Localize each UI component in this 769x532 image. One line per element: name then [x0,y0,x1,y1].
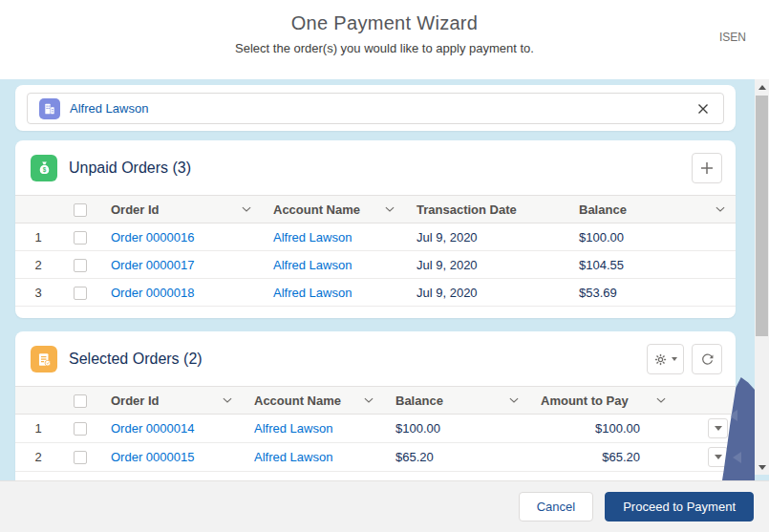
account-name-cell: Alfred Lawson [262,251,405,279]
plus-icon [700,161,714,175]
select-all-cell [61,387,99,415]
order-link[interactable]: Order 0000017 [111,258,194,272]
row-checkbox[interactable] [74,451,87,464]
account-link[interactable]: Alfred Lawson [273,258,352,272]
row-actions-column [676,387,736,415]
table-row: 1Order 0000016Alfred LawsonJul 9, 2020$1… [15,223,736,251]
chevron-down-icon[interactable] [655,394,667,406]
account-name-cell: Alfred Lawson [262,279,405,307]
scrollbar-thumb[interactable] [756,96,768,336]
row-checkbox[interactable] [74,287,87,300]
row-checkbox-cell [61,415,99,443]
row-action-cell [676,415,736,443]
balance-cell: $100.00 [567,223,736,251]
account-lookup-field[interactable]: Alfred Lawson [27,93,724,124]
scroll-up-button[interactable] [755,79,769,95]
row-checkbox[interactable] [74,422,87,436]
row-number: 3 [15,279,61,307]
vertical-scrollbar[interactable] [755,79,769,475]
amount-to-pay-cell: $65.20 [529,443,676,472]
cancel-button[interactable]: Cancel [519,492,593,521]
transaction-date-cell: Jul 9, 2020 [405,223,567,251]
order-id-cell: Order 0000015 [99,443,243,472]
amount-to-pay-cell: $100.00 [529,415,676,443]
unpaid-orders-card: $ Unpaid Orders (3) [15,140,736,318]
close-icon [696,102,710,116]
row-checkbox[interactable] [74,231,87,245]
table-row: 2Order 0000015Alfred Lawson$65.20$65.20 [15,443,736,472]
row-checkbox-cell [61,223,99,251]
row-number: 1 [15,415,61,443]
row-number: 2 [15,443,61,472]
column-header-order-id[interactable]: Order Id [99,196,262,223]
column-header-balance[interactable]: Balance [384,387,529,415]
account-name-cell: Alfred Lawson [243,443,384,472]
column-header-account-name[interactable]: Account Name [262,196,405,223]
account-lookup-value: Alfred Lawson [70,101,685,116]
account-icon [39,98,60,119]
unpaid-table-header-row: Order Id Account Name Transaction Date [15,196,736,223]
column-header-account-name[interactable]: Account Name [243,387,384,415]
selected-orders-actions [647,344,722,374]
balance-cell: $104.55 [567,251,736,279]
table-row: 2Order 0000017Alfred LawsonJul 9, 2020$1… [15,251,736,279]
chevron-down-icon[interactable] [508,394,520,406]
select-all-checkbox[interactable] [74,394,87,408]
row-checkbox[interactable] [74,259,87,272]
unpaid-orders-title: Unpaid Orders (3) [69,160,680,177]
row-number: 2 [15,251,61,279]
unpaid-orders-tbody: 1Order 0000016Alfred LawsonJul 9, 2020$1… [15,223,736,307]
column-header-balance[interactable]: Balance [567,196,736,223]
unpaid-orders-table: Order Id Account Name Transaction Date [15,195,736,307]
scroll-up-icon [758,85,766,90]
order-link[interactable]: Order 0000014 [111,421,194,436]
money-bag-icon: $ [31,155,57,181]
column-header-amount-to-pay[interactable]: Amount to Pay [529,387,676,415]
account-link[interactable]: Alfred Lawson [254,450,332,464]
account-link[interactable]: Alfred Lawson [254,421,332,436]
clear-selection-button[interactable] [694,100,712,117]
table-row: 3Order 0000018Alfred LawsonJul 9, 2020$5… [15,279,736,307]
dropdown-arrow-icon [715,426,722,431]
chevron-down-icon[interactable] [222,394,233,406]
modal-body: Alfred Lawson $ Unpaid Orders ( [0,79,769,480]
balance-cell: $65.20 [384,443,529,472]
order-link[interactable]: Order 0000016 [111,230,194,245]
add-order-button[interactable] [692,153,722,183]
selected-table-header-row: Order Id Account Name Balance [15,387,736,415]
order-link[interactable]: Order 0000015 [111,450,194,464]
account-name-cell: Alfred Lawson [262,223,405,251]
refresh-button[interactable] [692,344,722,374]
chevron-down-icon[interactable] [363,394,374,406]
order-id-cell: Order 0000017 [99,251,262,279]
transaction-date-cell: Jul 9, 2020 [405,251,567,279]
order-id-cell: Order 0000016 [99,223,262,251]
chevron-down-icon [672,357,677,361]
settings-button[interactable] [647,344,684,374]
selected-orders-card: Selected Orders (2) [15,331,736,480]
scroll-down-icon [758,465,766,470]
account-link[interactable]: Alfred Lawson [273,286,352,300]
account-lookup-card: Alfred Lawson [15,85,736,131]
modal-footer: Cancel Proceed to Payment [0,480,769,532]
balance-cell: $53.69 [567,279,736,307]
selected-orders-header: Selected Orders (2) [15,331,736,386]
corner-text: ISEN [719,31,746,44]
column-header-transaction-date[interactable]: Transaction Date [405,196,567,223]
unpaid-orders-header: $ Unpaid Orders (3) [15,140,736,195]
row-number: 1 [15,223,61,251]
transaction-date-cell: Jul 9, 2020 [405,279,567,307]
order-link[interactable]: Order 0000018 [111,286,194,300]
selected-orders-title: Selected Orders (2) [69,351,635,368]
table-row: 1Order 0000014Alfred Lawson$100.00$100.0… [15,415,736,443]
chevron-down-icon[interactable] [715,203,726,215]
row-action-button[interactable] [708,418,728,438]
chevron-down-icon[interactable] [384,203,395,215]
row-checkbox-cell [61,443,99,472]
proceed-to-payment-button[interactable]: Proceed to Payment [605,492,754,521]
account-link[interactable]: Alfred Lawson [273,230,352,245]
column-header-order-id[interactable]: Order Id [99,387,243,415]
select-all-checkbox[interactable] [74,203,87,217]
scroll-down-button[interactable] [755,459,769,475]
chevron-down-icon[interactable] [241,203,252,215]
